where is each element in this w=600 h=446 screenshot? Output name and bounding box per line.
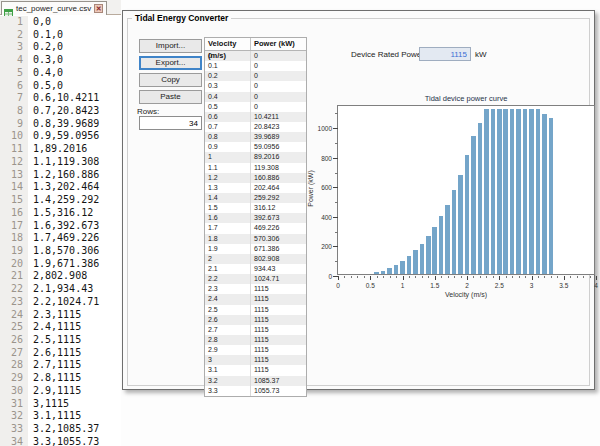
power-cell[interactable]: 160.886 bbox=[251, 173, 306, 183]
editor-line[interactable]: 222.1,934.43 bbox=[0, 283, 121, 296]
velocity-cell[interactable]: 1.5 bbox=[205, 203, 251, 213]
velocity-cell[interactable]: 1.7 bbox=[205, 223, 251, 233]
velocity-cell[interactable]: 2.4 bbox=[205, 294, 251, 304]
device-rated-power-input[interactable] bbox=[419, 47, 471, 61]
power-cell[interactable]: 0 bbox=[251, 61, 306, 71]
paste-button[interactable]: Paste bbox=[139, 90, 202, 104]
velocity-cell[interactable]: 1 bbox=[205, 152, 251, 162]
power-cell[interactable]: 0 bbox=[251, 92, 306, 102]
editor-line[interactable]: 232.2,1024.71 bbox=[0, 296, 121, 309]
velocity-cell[interactable]: 3.3 bbox=[205, 386, 251, 396]
velocity-cell[interactable]: 0.6 bbox=[205, 112, 251, 122]
power-cell[interactable]: 469.226 bbox=[251, 223, 306, 233]
velocity-cell[interactable]: 1.8 bbox=[205, 234, 251, 244]
velocity-cell[interactable]: 0.7 bbox=[205, 122, 251, 132]
line-text[interactable]: 1,89.2016 bbox=[28, 143, 87, 156]
power-cell[interactable]: 0 bbox=[251, 71, 306, 81]
editor-line[interactable]: 302.9,1115 bbox=[0, 385, 121, 398]
editor-line[interactable]: 50.4,0 bbox=[0, 67, 121, 80]
editor-line[interactable]: 282.7,1115 bbox=[0, 359, 121, 372]
editor-line[interactable]: 70.6,10.4211 bbox=[0, 92, 121, 105]
line-text[interactable]: 2.1,934.43 bbox=[28, 283, 93, 296]
line-text[interactable]: 2.3,1115 bbox=[28, 309, 81, 322]
line-text[interactable]: 1.7,469.226 bbox=[28, 232, 99, 245]
line-text[interactable]: 1.5,316.12 bbox=[28, 207, 93, 220]
power-cell[interactable]: 1115 bbox=[251, 325, 306, 335]
line-text[interactable]: 1.4,259.292 bbox=[28, 194, 99, 207]
power-cell[interactable]: 1085.37 bbox=[251, 376, 306, 386]
editor-line[interactable]: 90.8,39.9689 bbox=[0, 118, 121, 131]
velocity-cell[interactable]: 0.2 bbox=[205, 71, 251, 81]
power-cell[interactable]: 570.306 bbox=[251, 234, 306, 244]
line-text[interactable]: 2.9,1115 bbox=[28, 385, 81, 398]
power-cell[interactable]: 1115 bbox=[251, 345, 306, 355]
velocity-cell[interactable]: 2 bbox=[205, 254, 251, 264]
editor-tab[interactable]: tec_power_curve.csv ✕ bbox=[1, 1, 107, 15]
line-text[interactable]: 1.8,570.306 bbox=[28, 245, 99, 258]
velocity-cell[interactable]: 3.2 bbox=[205, 376, 251, 386]
power-cell[interactable]: 202.464 bbox=[251, 183, 306, 193]
line-text[interactable]: 3.3,1055.73 bbox=[28, 436, 99, 446]
editor-line[interactable]: 201.9,671.386 bbox=[0, 258, 121, 271]
power-cell[interactable]: 259.292 bbox=[251, 193, 306, 203]
velocity-cell[interactable]: 1.9 bbox=[205, 244, 251, 254]
editor-line[interactable]: 10,0 bbox=[0, 16, 121, 29]
editor-line[interactable]: 323.1,1115 bbox=[0, 410, 121, 423]
line-text[interactable]: 0.3,0 bbox=[28, 54, 63, 67]
power-cell[interactable]: 39.9689 bbox=[251, 132, 306, 142]
power-cell[interactable]: 0 bbox=[251, 51, 306, 61]
power-cell[interactable]: 10.4211 bbox=[251, 112, 306, 122]
line-text[interactable]: 0.7,20.8423 bbox=[28, 105, 99, 118]
velocity-cell[interactable]: 2.1 bbox=[205, 264, 251, 274]
line-text[interactable]: 3,1115 bbox=[28, 398, 69, 411]
editor-line[interactable]: 262.5,1115 bbox=[0, 334, 121, 347]
power-cell[interactable]: 1115 bbox=[251, 315, 306, 325]
tab-close-icon[interactable]: ✕ bbox=[94, 4, 103, 13]
editor-line[interactable]: 252.4,1115 bbox=[0, 321, 121, 334]
power-cell[interactable]: 671.386 bbox=[251, 244, 306, 254]
editor-line[interactable]: 313,1115 bbox=[0, 398, 121, 411]
line-text[interactable]: 1.2,160.886 bbox=[28, 169, 99, 182]
editor-line[interactable]: 212,802.908 bbox=[0, 270, 121, 283]
power-cell[interactable]: 20.8423 bbox=[251, 122, 306, 132]
velocity-cell[interactable]: 0.9 bbox=[205, 142, 251, 152]
editor-line[interactable]: 272.6,1115 bbox=[0, 347, 121, 360]
editor-line[interactable]: 333.2,1085.37 bbox=[0, 423, 121, 436]
line-text[interactable]: 1.1,119.308 bbox=[28, 156, 99, 169]
velocity-cell[interactable]: 1.4 bbox=[205, 193, 251, 203]
editor-line[interactable]: 30.2,0 bbox=[0, 41, 121, 54]
editor-line[interactable]: 20.1,0 bbox=[0, 29, 121, 42]
power-cell[interactable]: 1115 bbox=[251, 335, 306, 345]
velocity-cell[interactable]: 0.1 bbox=[205, 61, 251, 71]
velocity-cell[interactable]: 1.3 bbox=[205, 183, 251, 193]
velocity-cell[interactable]: 2.8 bbox=[205, 335, 251, 345]
editor-line[interactable]: 181.7,469.226 bbox=[0, 232, 121, 245]
editor-line[interactable]: 292.8,1115 bbox=[0, 372, 121, 385]
line-text[interactable]: 1.6,392.673 bbox=[28, 220, 99, 233]
editor-line[interactable]: 151.4,259.292 bbox=[0, 194, 121, 207]
power-cell[interactable]: 0 bbox=[251, 81, 306, 91]
editor-line[interactable]: 171.6,392.673 bbox=[0, 220, 121, 233]
power-cell[interactable]: 0 bbox=[251, 102, 306, 112]
line-text[interactable]: 0.8,39.9689 bbox=[28, 118, 99, 131]
editor-line[interactable]: 111,89.2016 bbox=[0, 143, 121, 156]
velocity-cell[interactable]: 3.1 bbox=[205, 365, 251, 375]
editor-line[interactable]: 100.9,59.0956 bbox=[0, 130, 121, 143]
power-cell[interactable]: 1115 bbox=[251, 284, 306, 294]
power-cell[interactable]: 316.12 bbox=[251, 203, 306, 213]
power-cell[interactable]: 934.43 bbox=[251, 264, 306, 274]
editor-line[interactable]: 60.5,0 bbox=[0, 80, 121, 93]
editor-line[interactable]: 131.2,160.886 bbox=[0, 169, 121, 182]
line-text[interactable]: 2.7,1115 bbox=[28, 359, 81, 372]
line-text[interactable]: 1.9,671.386 bbox=[28, 258, 99, 271]
line-text[interactable]: 2.2,1024.71 bbox=[28, 296, 99, 309]
power-cell[interactable]: 119.308 bbox=[251, 163, 306, 173]
velocity-cell[interactable]: 2.2 bbox=[205, 274, 251, 284]
editor-line[interactable]: 242.3,1115 bbox=[0, 309, 121, 322]
power-cell[interactable]: 1055.73 bbox=[251, 386, 306, 396]
line-text[interactable]: 0.4,0 bbox=[28, 67, 63, 80]
velocity-cell[interactable]: 1.6 bbox=[205, 213, 251, 223]
power-cell[interactable]: 1115 bbox=[251, 305, 306, 315]
power-cell[interactable]: 1115 bbox=[251, 355, 306, 365]
velocity-cell[interactable]: 2.9 bbox=[205, 345, 251, 355]
